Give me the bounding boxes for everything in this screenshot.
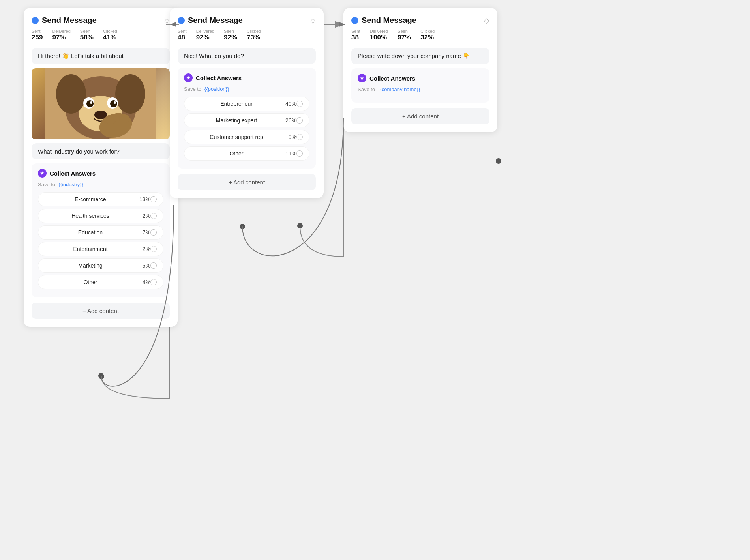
svg-point-9: [115, 74, 145, 114]
card-1-stats: Sent 259 Delivered 97% Seen 58% Clicked …: [32, 29, 170, 41]
card-1-stat-sent: Sent 259: [32, 29, 43, 41]
card-1-option-5[interactable]: Other 4%: [38, 275, 163, 289]
card-2-collect-header: Collect Answers: [184, 73, 309, 82]
card-1-status-dot: [32, 17, 39, 24]
card-3-add-content[interactable]: + Add content: [351, 108, 489, 124]
svg-point-26: [496, 158, 501, 164]
stat3-sent-value: 38: [351, 34, 360, 41]
card-3-stat-delivered: Delivered 100%: [370, 29, 388, 41]
card-2-header: Send Message ◇: [178, 16, 316, 25]
card-1-option-0-label: E-commerce: [45, 196, 136, 202]
stat2-sent-value: 48: [178, 34, 187, 41]
stat2-sent-label: Sent: [178, 29, 187, 34]
card-1-save-to-var[interactable]: {{industry}}: [58, 182, 83, 187]
card-1-message-1: Hi there! 👋 Let's talk a bit about: [32, 48, 170, 64]
card-3-stat-sent: Sent 38: [351, 29, 360, 41]
card-1-option-0[interactable]: E-commerce 13%: [38, 192, 163, 206]
card-2-status-dot: [178, 17, 185, 24]
stat-sent-value: 259: [32, 34, 43, 41]
card-1-option-4-label: Marketing: [45, 262, 136, 269]
stat-delivered-label: Delivered: [52, 29, 70, 34]
card-1-option-1-pct: 2%: [136, 213, 150, 219]
card-1-option-3-radio[interactable]: [150, 246, 157, 252]
card-1-collect-header: Collect Answers: [38, 169, 163, 178]
card-1-collect-title: Collect Answers: [50, 170, 96, 177]
card-1-option-0-radio[interactable]: [150, 196, 157, 202]
card-3-title-row: Send Message: [351, 16, 416, 25]
card-2-option-3-radio[interactable]: [296, 150, 303, 157]
card-3-title: Send Message: [362, 16, 416, 25]
stat2-seen-label: Seen: [224, 29, 237, 34]
card-1-option-4-radio[interactable]: [150, 262, 157, 269]
card-1-stat-seen: Seen 58%: [80, 29, 94, 41]
card-1-option-4[interactable]: Marketing 5%: [38, 258, 163, 273]
stat-seen-value: 58%: [80, 34, 94, 41]
card-1-option-2[interactable]: Education 7%: [38, 225, 163, 240]
card-3-collect-title: Collect Answers: [369, 75, 415, 82]
stat2-clicked-value: 73%: [247, 34, 261, 41]
card-1-option-2-label: Education: [45, 229, 136, 236]
stat3-delivered-value: 100%: [370, 34, 388, 41]
card-1-option-5-pct: 4%: [136, 279, 150, 285]
stat-delivered-value: 97%: [52, 34, 70, 41]
card-1-option-1-label: Health services: [45, 213, 136, 219]
stat2-delivered-value: 92%: [196, 34, 214, 41]
stat-clicked-value: 41%: [103, 34, 117, 41]
stat3-clicked-value: 32%: [420, 34, 435, 41]
svg-point-3: [98, 373, 104, 378]
card-2-add-content[interactable]: + Add content: [178, 174, 316, 190]
svg-point-12: [86, 100, 94, 107]
card-1-option-2-radio[interactable]: [150, 229, 157, 236]
card-1-header: Send Message ◇: [32, 16, 170, 25]
card-1-tag-icon[interactable]: ◇: [164, 16, 170, 25]
collect-icon-1: [38, 169, 47, 178]
svg-point-25: [240, 224, 245, 229]
card-1-save-to-row: Save to {{industry}}: [38, 182, 163, 187]
card-2-option-2-radio[interactable]: [296, 134, 303, 140]
card-1-option-1[interactable]: Health services 2%: [38, 209, 163, 223]
card-2-option-0-pct: 40%: [282, 101, 296, 107]
card-2-save-to-var[interactable]: {{position}}: [204, 86, 229, 92]
card-2-option-3[interactable]: Other 11%: [184, 146, 309, 161]
card-3-save-to-var[interactable]: {{company name}}: [378, 86, 420, 92]
card-3-collect-header: Collect Answers: [358, 74, 483, 82]
card-2-option-1-radio[interactable]: [296, 117, 303, 124]
card-2-option-1-pct: 26%: [282, 117, 296, 124]
card-3-save-to-row: Save to {{company name}}: [358, 86, 483, 92]
collect-icon-3: [358, 74, 366, 82]
card-2-option-0-radio[interactable]: [296, 101, 303, 107]
card-3-stat-seen: Seen 97%: [398, 29, 411, 41]
card-2-stat-delivered: Delivered 92%: [196, 29, 214, 41]
card-1-option-1-radio[interactable]: [150, 213, 157, 219]
card-2-option-0[interactable]: Entrepreneur 40%: [184, 97, 309, 111]
card-3-stat-clicked: Clicked 32%: [420, 29, 435, 41]
stat3-clicked-label: Clicked: [420, 29, 435, 34]
card-3-stats: Sent 38 Delivered 100% Seen 97% Clicked …: [351, 29, 489, 41]
card-2: Send Message ◇ Sent 48 Delivered 92% See…: [170, 8, 324, 198]
card-3-status-dot: [351, 17, 358, 24]
stat-clicked-label: Clicked: [103, 29, 117, 34]
card-2-save-to-label: Save to: [184, 86, 201, 92]
card-2-option-1-label: Marketing expert: [191, 117, 282, 124]
card-2-option-3-label: Other: [191, 150, 282, 157]
card-1-add-content[interactable]: + Add content: [32, 303, 170, 319]
svg-point-15: [114, 101, 116, 104]
card-1-option-3[interactable]: Entertainment 2%: [38, 242, 163, 256]
stat-seen-label: Seen: [80, 29, 94, 34]
card-2-stat-sent: Sent 48: [178, 29, 187, 41]
card-2-option-2[interactable]: Customer support rep 9%: [184, 130, 309, 144]
card-1-option-5-radio[interactable]: [150, 279, 157, 285]
card-2-collect-block: Collect Answers Save to {{position}} Ent…: [178, 68, 316, 169]
card-2-option-0-label: Entrepreneur: [191, 101, 282, 107]
card-2-message-1: Nice! What do you do?: [178, 48, 316, 64]
stat3-delivered-label: Delivered: [370, 29, 388, 34]
card-2-tag-icon[interactable]: ◇: [310, 16, 316, 25]
card-3-tag-icon[interactable]: ◇: [484, 16, 489, 25]
card-1-stat-delivered: Delivered 97%: [52, 29, 70, 41]
card-1-option-0-pct: 13%: [136, 196, 150, 202]
card-2-option-1[interactable]: Marketing expert 26%: [184, 113, 309, 127]
dog-svg: [45, 68, 156, 139]
card-2-option-2-label: Customer support rep: [191, 134, 282, 140]
stat3-seen-value: 97%: [398, 34, 411, 41]
card-1-option-5-label: Other: [45, 279, 136, 285]
